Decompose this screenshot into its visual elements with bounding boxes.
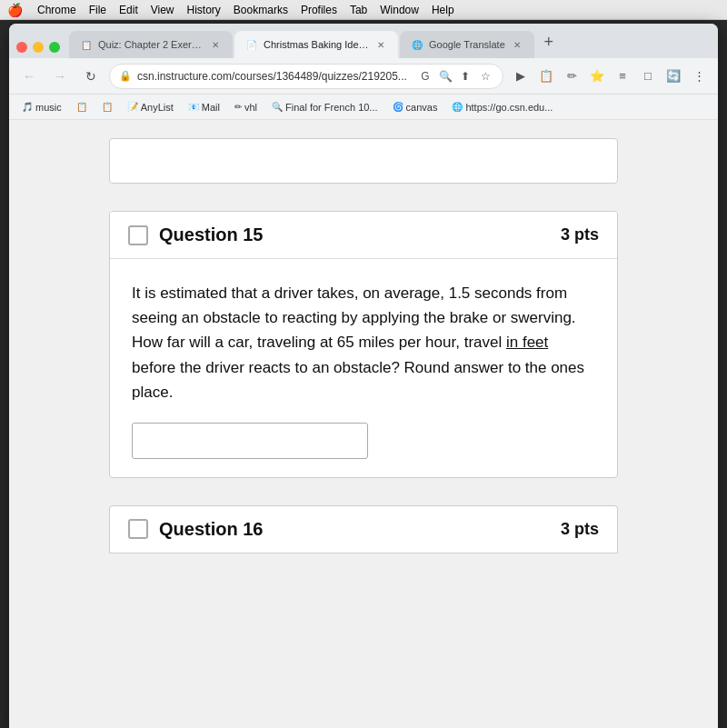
tab-bar: 📋 Quiz: Chapter 2 Exercises ✕ 📄 Christma… <box>9 24 718 58</box>
tab-translate-favicon: 🌐 <box>411 38 423 51</box>
tab-quiz-close[interactable]: ✕ <box>209 38 222 51</box>
bookmark-anylist[interactable]: 📝 AnyList <box>122 100 179 115</box>
google-icon[interactable]: G <box>417 68 433 85</box>
tab-baking-favicon: 📄 <box>245 38 258 51</box>
question-15-title-row: Question 15 <box>128 224 561 245</box>
menu-bar: 🍎 Chrome File Edit View History Bookmark… <box>0 0 727 20</box>
tab-quiz[interactable]: 📋 Quiz: Chapter 2 Exercises ✕ <box>69 31 233 58</box>
apple-menu[interactable]: 🍎 <box>7 3 23 17</box>
question-15-text-after: before the driver reacts to an obstacle?… <box>132 359 584 401</box>
bookmark-music[interactable]: 🎵 music <box>16 100 67 115</box>
window-icon[interactable]: □ <box>636 65 660 88</box>
lock-icon: 🔒 <box>119 70 132 82</box>
back-button[interactable]: ← <box>16 64 42 89</box>
bookmark-folder-icon: 📋 <box>76 102 87 112</box>
menu-chrome[interactable]: Chrome <box>37 4 76 16</box>
tab-translate-label: Google Translate <box>429 39 505 50</box>
canvas-icon: 🌀 <box>393 102 403 112</box>
menu-window[interactable]: Window <box>380 4 419 16</box>
tab-quiz-label: Quiz: Chapter 2 Exercises <box>98 39 204 50</box>
question-15-header: Question 15 3 pts <box>110 212 617 259</box>
bookmark-csn[interactable]: 🌐 https://go.csn.edu... <box>446 100 558 115</box>
menu-tab[interactable]: Tab <box>350 4 367 16</box>
question-15-checkbox[interactable] <box>128 225 148 245</box>
question-16-checkbox[interactable] <box>128 519 148 539</box>
question-16-title: Question 16 <box>159 519 550 540</box>
menu-edit[interactable]: Edit <box>119 4 138 16</box>
bookmark-mail-label: Mail <box>202 102 220 113</box>
tab-quiz-favicon: 📋 <box>80 38 93 51</box>
question-15-underline: in feet <box>506 334 548 351</box>
bookmark-french-label: Final for French 10... <box>285 102 378 113</box>
menu-file[interactable]: File <box>89 4 106 16</box>
menu-history[interactable]: History <box>187 4 221 16</box>
profile-icon[interactable]: ≡ <box>611 65 634 88</box>
question-15-answer-input[interactable] <box>132 423 368 459</box>
cast-icon[interactable]: ▶ <box>509 65 533 88</box>
tab-translate-close[interactable]: ✕ <box>511 38 523 51</box>
question-16-card: Question 16 3 pts <box>109 505 618 553</box>
bookmark-music-label: music <box>35 102 62 113</box>
forward-button[interactable]: → <box>47 64 73 89</box>
address-text: csn.instructure.com/courses/1364489/quiz… <box>137 70 412 83</box>
tab-baking[interactable]: 📄 Christmas Baking Ideas - Goo... ✕ <box>234 31 398 58</box>
previous-question-card <box>109 138 618 184</box>
bookmark-canvas[interactable]: 🌀 canvas <box>387 100 443 115</box>
star-icon[interactable]: ☆ <box>477 68 493 85</box>
bookmark-mail[interactable]: 📧 Mail <box>183 100 225 115</box>
vhl-icon: ✏ <box>234 102 242 112</box>
traffic-lights <box>16 42 60 53</box>
reload-button[interactable]: ↻ <box>78 64 104 89</box>
minimize-window-button[interactable] <box>33 42 44 53</box>
csn-icon: 🌐 <box>452 102 463 112</box>
address-bar[interactable]: 🔒 csn.instructure.com/courses/1364489/qu… <box>109 64 503 89</box>
menu-icon[interactable]: ⋮ <box>687 65 711 88</box>
share-icon[interactable]: ⬆ <box>457 68 473 85</box>
extensions-icon[interactable]: ⭐ <box>585 65 609 88</box>
bookmark-csn-label: https://go.csn.edu... <box>465 102 553 113</box>
bookmark-canvas-label: canvas <box>406 102 438 113</box>
bookmark-french[interactable]: 🔍 Final for French 10... <box>266 100 383 115</box>
fullscreen-window-button[interactable] <box>49 42 60 53</box>
menu-bookmarks[interactable]: Bookmarks <box>234 4 288 16</box>
bookmark-icon1[interactable]: 📋 <box>71 100 93 114</box>
close-window-button[interactable] <box>16 42 27 53</box>
menu-view[interactable]: View <box>151 4 174 16</box>
bookmark-icon2[interactable]: 📋 <box>96 100 118 114</box>
page-content: Question 15 3 pts It is estimated that a… <box>9 120 718 728</box>
bookmark-vhl-label: vhl <box>244 102 257 113</box>
tab-translate[interactable]: 🌐 Google Translate ✕ <box>400 31 534 58</box>
menu-help[interactable]: Help <box>432 4 454 16</box>
address-action-icons: G 🔍 ⬆ ☆ <box>417 68 493 85</box>
search-icon[interactable]: 🔍 <box>437 68 453 85</box>
chrome-window: 📋 Quiz: Chapter 2 Exercises ✕ 📄 Christma… <box>9 24 718 728</box>
nav-right-icons: ▶ 📋 ✏ ⭐ ≡ □ 🔄 ⋮ <box>509 65 711 88</box>
question-15-body: It is estimated that a driver takes, on … <box>110 259 617 477</box>
nav-bar: ← → ↻ 🔒 csn.instructure.com/courses/1364… <box>9 58 718 95</box>
bookmark-vhl[interactable]: ✏ vhl <box>229 100 263 115</box>
bookmarks-bar: 🎵 music 📋 📋 📝 AnyList 📧 Mail ✏ vhl 🔍 Fin… <box>9 95 718 120</box>
french-icon: 🔍 <box>272 102 283 112</box>
menu-profiles[interactable]: Profiles <box>301 4 337 16</box>
anylist-icon: 📝 <box>127 102 138 112</box>
new-tab-button[interactable]: + <box>536 29 562 55</box>
mail-icon: 📧 <box>188 102 199 112</box>
question-15-card: Question 15 3 pts It is estimated that a… <box>109 211 618 478</box>
question-16-points: 3 pts <box>561 520 599 539</box>
tab-baking-close[interactable]: ✕ <box>374 38 387 51</box>
tab-baking-label: Christmas Baking Ideas - Goo... <box>264 39 369 50</box>
question-15-title: Question 15 <box>159 224 263 245</box>
bookmark-grid-icon: 📋 <box>102 102 113 112</box>
sync-icon[interactable]: 🔄 <box>662 65 685 88</box>
translate-icon[interactable]: 📋 <box>534 65 558 88</box>
music-icon: 🎵 <box>22 102 33 112</box>
bookmark-anylist-label: AnyList <box>141 102 174 113</box>
edit-icon[interactable]: ✏ <box>560 65 583 88</box>
question-15-points: 3 pts <box>561 225 599 244</box>
question-15-text: It is estimated that a driver takes, on … <box>132 281 595 404</box>
